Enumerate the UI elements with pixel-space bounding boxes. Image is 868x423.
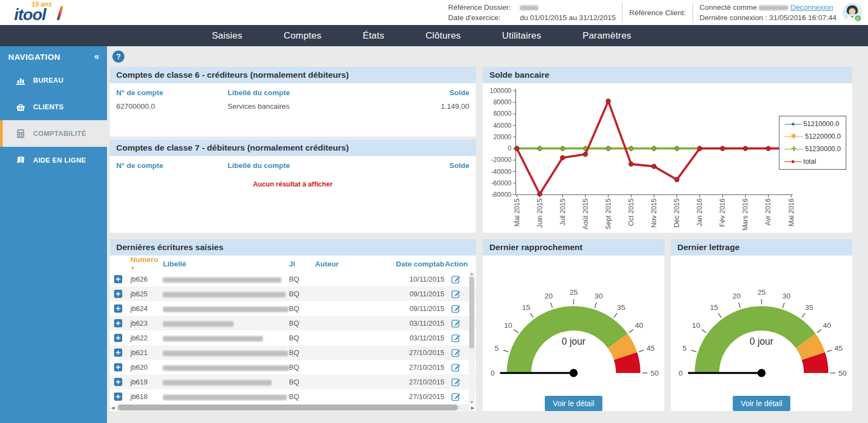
sidebar-item-label: CLIENTS — [33, 103, 64, 111]
scroll-down-arrow[interactable]: ▼ — [470, 400, 474, 404]
edit-entry-icon[interactable] — [451, 377, 462, 387]
svg-text:10: 10 — [692, 321, 700, 329]
cell-libelle-redacted — [163, 290, 289, 298]
cell-jl: BQ — [289, 334, 315, 342]
header-divider — [622, 3, 622, 22]
col-header-jl[interactable]: Jl — [289, 260, 315, 268]
col-header-libelle[interactable]: Libellé du compte — [228, 89, 404, 97]
gauge-title: Dernier rapprochement — [483, 239, 664, 256]
sidebar-item-bureau[interactable]: BUREAU — [0, 67, 107, 94]
edit-entry-icon[interactable] — [451, 319, 462, 328]
svg-text:✆: ✆ — [856, 16, 860, 21]
menu-item-paramtres[interactable]: Paramètres — [582, 30, 631, 41]
cell-date: 10/11/2015 — [392, 275, 444, 283]
sort-desc-icon: ▼ — [130, 265, 135, 271]
legend-label: 51210000.0 — [803, 120, 839, 128]
legend-item-512100000[interactable]: —●—51210000.0 — [784, 120, 841, 128]
scroll-up-arrow[interactable]: ▲ — [470, 272, 474, 276]
panel-classe7: Comptes de classe 7 - débiteurs (normale… — [110, 140, 476, 233]
expand-row-icon[interactable] — [114, 393, 122, 401]
sidebar-item-comptabilit-[interactable]: COMPTABILITÉ — [0, 120, 107, 147]
col-header-numero[interactable]: Numéro ▼ — [130, 256, 163, 272]
expand-row-icon[interactable] — [114, 275, 122, 283]
scrollbar-thumb[interactable] — [469, 277, 474, 349]
sidebar-item-label: COMPTABILITÉ — [33, 130, 86, 138]
logout-link[interactable]: Déconnexion — [790, 3, 833, 11]
cell-numero: jb624 — [130, 304, 163, 313]
edit-entry-icon[interactable] — [451, 348, 462, 357]
svg-text:20: 20 — [732, 292, 740, 300]
col-header-action[interactable]: Action — [444, 260, 468, 268]
user-avatar[interactable]: ✆ — [842, 2, 863, 23]
expand-row-icon[interactable] — [114, 378, 122, 386]
col-header-auteur[interactable]: Auteur — [315, 260, 392, 268]
avatar-icon: ✆ — [842, 2, 863, 23]
cell-jl: BQ — [289, 319, 315, 327]
legend-label: 51230000.0 — [805, 145, 841, 153]
help-icon[interactable]: ? — [112, 51, 124, 63]
cell-date: 09/11/2015 — [392, 304, 444, 313]
menu-item-cltures[interactable]: Clôtures — [425, 30, 461, 41]
cell-jl: BQ — [289, 275, 315, 283]
menu-item-saisies[interactable]: Saisies — [212, 30, 242, 41]
edit-entry-icon[interactable] — [451, 392, 462, 401]
col-header-libelle[interactable]: Libellé du compte — [228, 161, 404, 170]
menu-item-comptes[interactable]: Comptes — [284, 30, 321, 41]
legend-marker: —●— — [784, 159, 801, 164]
scrollbar-thumb[interactable] — [118, 405, 458, 410]
scroll-right-arrow[interactable]: ▶ — [471, 405, 475, 410]
cell-date: 09/11/2015 — [392, 290, 444, 298]
scroll-left-arrow[interactable]: ◀ — [111, 405, 115, 410]
svg-text:Déc 2015: Déc 2015 — [673, 198, 681, 228]
main-menu: SaisiesComptesÉtatsClôturesUtilitairesPa… — [0, 25, 868, 46]
horizontal-scrollbar[interactable]: ◀ ▶ — [110, 404, 476, 411]
panel-ecritures: Dernières écritures saisies Numéro ▼ Lib… — [110, 239, 476, 411]
col-header-compte[interactable]: N° de compte — [116, 89, 228, 97]
header-divider — [693, 3, 693, 22]
edit-entry-icon[interactable] — [451, 333, 462, 343]
cell-date: 27/10/2015 — [392, 349, 444, 357]
legend-item-512300000[interactable]: —✚—51230000.0 — [784, 145, 841, 153]
col-header-date[interactable]: Date comptab — [392, 260, 444, 268]
sidebar-item-aide-en-ligne[interactable]: AIDE EN LIGNE — [0, 147, 107, 173]
svg-text:0 jour: 0 jour — [750, 336, 773, 347]
expand-row-icon[interactable] — [114, 363, 122, 371]
svg-text:40000: 40000 — [493, 122, 512, 129]
panel-lettrage: Dernier lettrage 051015202530354045500 j… — [671, 239, 852, 411]
col-header-compte[interactable]: N° de compte — [116, 161, 228, 170]
edit-entry-icon[interactable] — [451, 289, 462, 298]
col-header-solde[interactable]: Solde — [404, 89, 469, 97]
vertical-scrollbar[interactable]: ▲ ▼ — [469, 272, 475, 404]
expand-row-icon[interactable] — [114, 349, 122, 357]
col-header-libelle[interactable]: Libellé — [163, 260, 289, 268]
menu-item-utilitaires[interactable]: Utilitaires — [502, 30, 541, 41]
expand-row-icon[interactable] — [114, 304, 122, 313]
edit-entry-icon[interactable] — [451, 275, 462, 284]
col-header-solde[interactable]: Solde — [404, 161, 469, 170]
cell-numero: jb623 — [130, 319, 163, 327]
edit-entry-icon[interactable] — [451, 363, 462, 372]
sidebar-collapse-icon[interactable]: « — [94, 51, 99, 62]
expand-row-icon[interactable] — [114, 290, 122, 298]
legend-marker: —✱— — [784, 134, 803, 139]
menu-item-tats[interactable]: États — [363, 30, 385, 41]
cell-libelle: Services bancaires — [228, 100, 404, 113]
svg-text:Mai 2016: Mai 2016 — [788, 198, 795, 226]
sidebar-item-clients[interactable]: CLIENTS — [0, 94, 107, 120]
cell-libelle-redacted — [163, 349, 289, 357]
voir-detail-button[interactable]: Voir le détail — [545, 396, 602, 411]
voir-detail-button[interactable]: Voir le détail — [733, 396, 790, 411]
expand-row-icon[interactable] — [114, 319, 122, 327]
cell-numero: jb622 — [130, 334, 163, 342]
legend-item-total[interactable]: —●—total — [784, 158, 841, 165]
svg-text:Oct 2015: Oct 2015 — [627, 198, 635, 226]
svg-text:0: 0 — [508, 145, 512, 152]
legend-item-512200000[interactable]: —✱—51220000.0 — [784, 133, 841, 140]
svg-text:Avr 2016: Avr 2016 — [764, 198, 772, 226]
redacted-text — [163, 321, 234, 327]
lettrage-gauge: 051015202530354045500 jour — [671, 265, 852, 391]
edit-entry-icon[interactable] — [451, 304, 462, 313]
itool-logo[interactable]: 15 ans itool — [14, 1, 74, 24]
cell-date: 27/10/2015 — [392, 363, 444, 371]
expand-row-icon[interactable] — [114, 334, 122, 342]
